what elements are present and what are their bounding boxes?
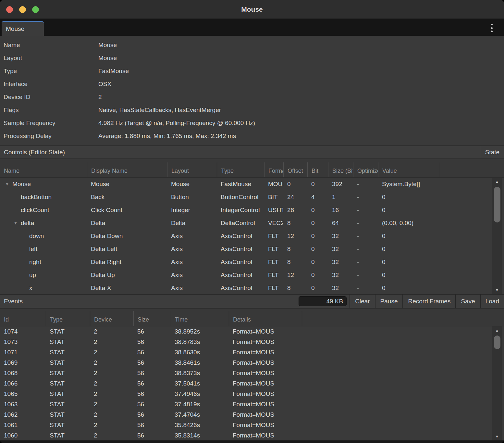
tab-mouse[interactable]: Mouse — [2, 21, 44, 36]
scroll-down-icon[interactable]: ▼ — [495, 286, 499, 294]
scroll-up-icon[interactable]: ▲ — [495, 326, 499, 334]
event-details: Format=MOUS — [229, 432, 302, 439]
event-size: 56 — [133, 359, 171, 366]
pause-button[interactable]: Pause — [375, 295, 403, 308]
control-offset: 0 — [283, 181, 307, 188]
save-button[interactable]: Save — [455, 295, 480, 308]
event-buffer-size-field[interactable]: 49 KB — [299, 296, 347, 306]
events-table-row[interactable]: 1063 STAT 2 56 37.4819s Format=MOUS — [0, 399, 504, 410]
event-type: STAT — [46, 422, 90, 429]
control-type: AxisControl — [217, 272, 264, 279]
scroll-down-icon[interactable]: ▼ — [495, 433, 499, 440]
event-id: 1068 — [0, 370, 46, 377]
horizontal-scrollbar-track[interactable] — [0, 440, 504, 443]
events-table-row[interactable]: 1069 STAT 2 56 38.8461s Format=MOUS — [0, 358, 504, 368]
control-format: VEC2 — [264, 220, 283, 227]
event-type: STAT — [46, 328, 90, 335]
events-table-row[interactable]: 1074 STAT 2 56 38.8952s Format=MOUS — [0, 326, 504, 337]
events-table-row[interactable]: 1068 STAT 2 56 38.8373s Format=MOUS — [0, 368, 504, 378]
events-table-row[interactable]: 1066 STAT 2 56 37.5041s Format=MOUS — [0, 378, 504, 389]
event-id: 1066 — [0, 380, 46, 387]
info-value: Native, HasStateCallbacks, HasEventMerge… — [98, 107, 221, 114]
column-header-format[interactable]: Format — [264, 162, 283, 177]
controls-scrollbar[interactable]: ▲ ▼ — [492, 178, 502, 294]
controls-table-row[interactable]: ▼ delta Delta Delta DeltaControl VEC2 8 … — [0, 217, 504, 230]
control-display-name: Delta X — [87, 285, 167, 292]
tab-label: Mouse — [6, 25, 24, 32]
control-display-name: Delta Up — [87, 272, 167, 279]
events-scrollbar[interactable]: ▲ ▼ — [492, 326, 502, 440]
expander-icon[interactable]: ▼ — [5, 182, 12, 186]
control-type: AxisControl — [217, 233, 264, 240]
column-header-bit[interactable]: Bit — [307, 162, 328, 177]
close-button[interactable] — [6, 6, 13, 13]
controls-table-row[interactable]: left Delta Left Axis AxisControl FLT 8 0… — [0, 243, 504, 256]
event-id: 1074 — [0, 328, 46, 335]
controls-section-bar: Controls (Editor State) State — [0, 146, 504, 159]
column-header-details[interactable]: Details — [229, 311, 302, 326]
event-size: 56 — [133, 349, 171, 356]
events-table-row[interactable]: 1065 STAT 2 56 37.4946s Format=MOUS — [0, 389, 504, 399]
event-size: 56 — [133, 390, 171, 398]
title-bar: Mouse — [0, 0, 504, 19]
controls-scrollbar-thumb[interactable] — [494, 187, 500, 222]
column-header-display-name[interactable]: Display Name — [87, 162, 167, 177]
control-name: backButton — [21, 194, 52, 201]
column-header-size[interactable]: Size — [133, 311, 171, 326]
control-display-name: Mouse — [87, 181, 167, 188]
controls-section-title: Controls (Editor State) — [0, 149, 480, 156]
event-type: STAT — [46, 349, 90, 356]
control-size: 64 — [328, 220, 353, 227]
load-button[interactable]: Load — [480, 295, 504, 308]
controls-table-row[interactable]: clickCount Click Count Integer IntegerCo… — [0, 204, 504, 217]
controls-table-row[interactable]: backButton Back Button ButtonControl BIT… — [0, 191, 504, 204]
events-table-header: Id Type Device Size Time Details — [0, 309, 504, 326]
events-table-row[interactable]: 1061 STAT 2 56 35.8426s Format=MOUS — [0, 420, 504, 430]
info-label: Type — [0, 68, 98, 75]
events-table-row[interactable]: 1071 STAT 2 56 38.8630s Format=MOUS — [0, 347, 504, 358]
device-info-row: Interface OSX — [0, 78, 504, 91]
events-table-row[interactable]: 1062 STAT 2 56 37.4704s Format=MOUS — [0, 410, 504, 420]
controls-table-row[interactable]: right Delta Right Axis AxisControl FLT 8… — [0, 256, 504, 269]
column-header-id[interactable]: Id — [0, 311, 46, 326]
event-type: STAT — [46, 411, 90, 418]
control-optimized: - — [353, 285, 378, 292]
event-time: 38.8373s — [171, 370, 229, 377]
kebab-menu-icon[interactable] — [488, 23, 495, 33]
event-time: 38.8783s — [171, 338, 229, 346]
controls-table-row[interactable]: x Delta X Axis AxisControl FLT 8 0 32 - … — [0, 282, 504, 294]
column-header-type[interactable]: Type — [217, 162, 264, 177]
column-header-type[interactable]: Type — [46, 311, 90, 326]
control-size: 32 — [328, 272, 353, 279]
events-table-row[interactable]: 1060 STAT 2 56 35.8314s Format=MOUS — [0, 430, 504, 440]
control-value: 0 — [378, 246, 440, 253]
column-header-optimized[interactable]: Optimized — [353, 162, 378, 177]
record-frames-button[interactable]: Record Frames — [402, 295, 455, 308]
control-value: System.Byte[] — [378, 181, 440, 188]
events-scrollbar-thumb[interactable] — [494, 335, 500, 349]
control-format: FLT — [264, 259, 283, 266]
column-header-value[interactable]: Value — [378, 162, 440, 177]
zoom-button[interactable] — [32, 6, 39, 13]
control-name: down — [29, 233, 44, 240]
state-tab-button[interactable]: State — [480, 146, 504, 158]
controls-table-row[interactable]: down Delta Down Axis AxisControl FLT 12 … — [0, 230, 504, 243]
controls-table-header: Name Display Name Layout Type Format Off… — [0, 159, 504, 178]
minimize-button[interactable] — [19, 6, 26, 13]
events-table-row[interactable]: 1073 STAT 2 56 38.8783s Format=MOUS — [0, 337, 504, 347]
column-header-time[interactable]: Time — [171, 311, 229, 326]
column-header-device[interactable]: Device — [90, 311, 133, 326]
column-header-offset[interactable]: Offset — [283, 162, 307, 177]
controls-table-row[interactable]: ▼ Mouse Mouse Mouse FastMouse MOUS 0 0 3… — [0, 178, 504, 191]
control-offset: 8 — [283, 259, 307, 266]
scroll-up-icon[interactable]: ▲ — [495, 178, 499, 185]
clear-button[interactable]: Clear — [350, 295, 375, 308]
controls-table-row[interactable]: up Delta Up Axis AxisControl FLT 12 0 32… — [0, 269, 504, 282]
column-header-name[interactable]: Name — [0, 162, 87, 177]
device-info-row: Type FastMouse — [0, 65, 504, 78]
event-time: 37.5041s — [171, 380, 229, 387]
control-bit: 0 — [307, 272, 328, 279]
column-header-size-bits[interactable]: Size (Bits) — [328, 162, 353, 177]
column-header-layout[interactable]: Layout — [167, 162, 217, 177]
expander-icon[interactable]: ▼ — [14, 221, 21, 225]
